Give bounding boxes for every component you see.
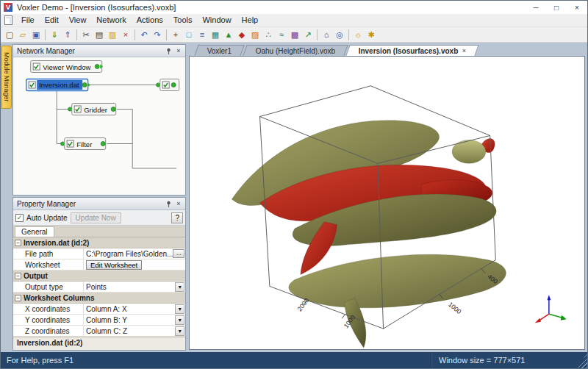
pin-icon[interactable] xyxy=(164,199,173,209)
network-manager-header: Network Manager × xyxy=(13,45,185,57)
status-bar: For Help, press F1 Window size = 777×571 xyxy=(1,352,587,368)
node-output-clipped[interactable] xyxy=(157,79,179,91)
property-grid: − Inversion.dat (id:2) File path C:\Prog… xyxy=(13,237,185,337)
module-heightfield-icon[interactable]: ▲ xyxy=(222,29,235,41)
toolbar-separator xyxy=(45,29,46,40)
collapse-icon[interactable]: − xyxy=(15,240,21,246)
update-now-button[interactable]: Update Now xyxy=(71,212,121,223)
dropdown-arrow-icon[interactable]: ▾ xyxy=(175,304,184,314)
pin-icon[interactable] xyxy=(164,46,173,56)
network-canvas[interactable]: Viewer Window Inversion.dat xyxy=(13,57,185,195)
dropdown-arrow-icon[interactable]: ▾ xyxy=(175,282,184,292)
module-volume-render-icon[interactable]: ▩ xyxy=(288,29,301,41)
menu-window[interactable]: Window xyxy=(197,14,236,26)
edit-worksheet-button[interactable]: Edit Worksheet xyxy=(86,260,142,270)
menu-help[interactable]: Help xyxy=(237,14,264,26)
property-value[interactable]: Points ▾ xyxy=(84,282,185,292)
auto-update-checkbox[interactable]: ✓ xyxy=(15,214,24,222)
tab-general[interactable]: General xyxy=(15,226,54,237)
resize-grip[interactable] xyxy=(578,352,587,368)
window-title: Voxler Demo - [Inversion (Isosurfaces).v… xyxy=(12,3,526,12)
highlight-icon[interactable]: ✱ xyxy=(365,29,378,41)
title-bar: V Voxler Demo - [Inversion (Isosurfaces)… xyxy=(1,1,587,14)
property-row-file-path: File path C:\Program Files\Golden... ... xyxy=(13,248,185,259)
menu-file[interactable]: File xyxy=(16,14,40,26)
node-inversion-dat[interactable]: Inversion.dat xyxy=(26,79,91,91)
property-row-x-coordinates: X coordinates Column A: X ▾ xyxy=(13,304,185,315)
tab-oahu-heightfield[interactable]: Oahu (HeightField).voxb xyxy=(243,45,348,56)
copy-icon[interactable]: ▤ xyxy=(93,29,106,41)
module-oblique-image-icon[interactable]: ▨ xyxy=(248,29,262,41)
collapse-icon[interactable]: − xyxy=(15,295,21,301)
tips-icon[interactable]: ☼ xyxy=(351,29,365,41)
help-button[interactable]: ? xyxy=(171,212,183,223)
undo-icon[interactable]: ↶ xyxy=(137,29,151,41)
menu-view[interactable]: View xyxy=(64,14,92,26)
viewer-3d-canvas[interactable]: 2000 1000 1000 400 xyxy=(189,56,585,350)
node-gridder[interactable]: Gridder xyxy=(68,104,116,115)
svg-text:Viewer Window: Viewer Window xyxy=(43,63,90,71)
panel-title: Property Manager xyxy=(17,200,164,208)
left-panel-column: Network Manager × xyxy=(12,43,187,352)
export-data-icon[interactable]: ⇑ xyxy=(61,29,74,41)
axis-label: 1000 xyxy=(448,301,463,315)
tab-inversion-isosurfaces[interactable]: Inversion (Isosurfaces).voxb × xyxy=(345,45,478,56)
menu-actions[interactable]: Actions xyxy=(132,14,168,26)
property-value[interactable]: Column A: X ▾ xyxy=(84,304,185,314)
document-icon[interactable] xyxy=(4,15,12,25)
property-label: Worksheet xyxy=(13,259,84,270)
isosurfaces xyxy=(232,121,506,348)
module-bounding-box-icon[interactable]: □ xyxy=(182,29,196,41)
check-icon: ✓ xyxy=(17,215,23,221)
svg-text:Gridder: Gridder xyxy=(84,106,107,114)
docked-tab-strip: Module Manager xyxy=(1,43,12,352)
module-axes-icon[interactable]: + xyxy=(169,29,182,41)
toolbar-separator xyxy=(135,29,135,40)
collapse-icon[interactable]: − xyxy=(15,273,21,279)
import-data-icon[interactable]: ⇓ xyxy=(48,29,61,41)
node-viewer-window[interactable]: Viewer Window xyxy=(31,61,104,73)
menu-edit[interactable]: Edit xyxy=(40,14,64,26)
toolbar-separator xyxy=(166,29,167,40)
property-footer: Inversion.dat (id:2) xyxy=(13,337,185,350)
module-vector-plot-icon[interactable]: ↗ xyxy=(301,29,315,41)
property-label: X coordinates xyxy=(13,304,84,314)
minimize-button[interactable]: ─ xyxy=(526,1,546,14)
property-row-output-type: Output type Points ▾ xyxy=(13,282,185,293)
maximize-button[interactable]: □ xyxy=(546,1,567,14)
module-gridder-icon[interactable]: ▦ xyxy=(209,29,222,41)
property-value[interactable]: Column C: Z ▾ xyxy=(84,326,185,336)
cut-icon[interactable]: ✂ xyxy=(79,29,93,41)
browse-button[interactable]: ... xyxy=(173,249,184,258)
tab-voxler1[interactable]: Voxler1 xyxy=(195,45,245,56)
module-isosurface-icon[interactable]: ◆ xyxy=(235,29,248,41)
save-icon[interactable]: ▣ xyxy=(29,29,43,41)
property-row-z-coordinates: Z coordinates Column C: Z ▾ xyxy=(13,326,185,337)
new-file-icon[interactable]: ▢ xyxy=(3,29,16,41)
redo-icon[interactable]: ↷ xyxy=(151,29,164,41)
property-value[interactable]: C:\Program Files\Golden... ... xyxy=(84,248,185,259)
delete-icon[interactable]: × xyxy=(119,29,132,41)
section-label: Output xyxy=(24,272,48,280)
tab-close-icon[interactable]: × xyxy=(462,47,466,54)
open-folder-icon[interactable]: ▱ xyxy=(16,29,29,41)
close-icon[interactable]: × xyxy=(173,199,183,209)
dropdown-arrow-icon[interactable]: ▾ xyxy=(175,315,184,325)
menu-network[interactable]: Network xyxy=(91,14,131,26)
status-help-text: For Help, press F1 xyxy=(1,356,431,365)
close-icon[interactable]: × xyxy=(173,46,183,56)
camera-home-icon[interactable]: ⌂ xyxy=(320,29,333,41)
zoom-fit-icon[interactable]: ◎ xyxy=(333,29,346,41)
close-button[interactable]: × xyxy=(567,1,587,14)
module-streamlines-icon[interactable]: ≈ xyxy=(275,29,288,41)
module-manager-tab[interactable]: Module Manager xyxy=(1,46,12,109)
module-scatter-plot-icon[interactable]: ∴ xyxy=(262,29,275,41)
node-filter[interactable]: Filter xyxy=(61,138,106,150)
paste-icon[interactable]: ▥ xyxy=(106,29,119,41)
property-value[interactable]: Column B: Y ▾ xyxy=(84,315,185,325)
dropdown-arrow-icon[interactable]: ▾ xyxy=(175,326,184,336)
property-label: Z coordinates xyxy=(13,326,84,336)
module-contours-icon[interactable]: ≡ xyxy=(196,29,209,41)
property-row-worksheet: Worksheet Edit Worksheet xyxy=(13,259,185,271)
menu-tools[interactable]: Tools xyxy=(168,14,198,26)
